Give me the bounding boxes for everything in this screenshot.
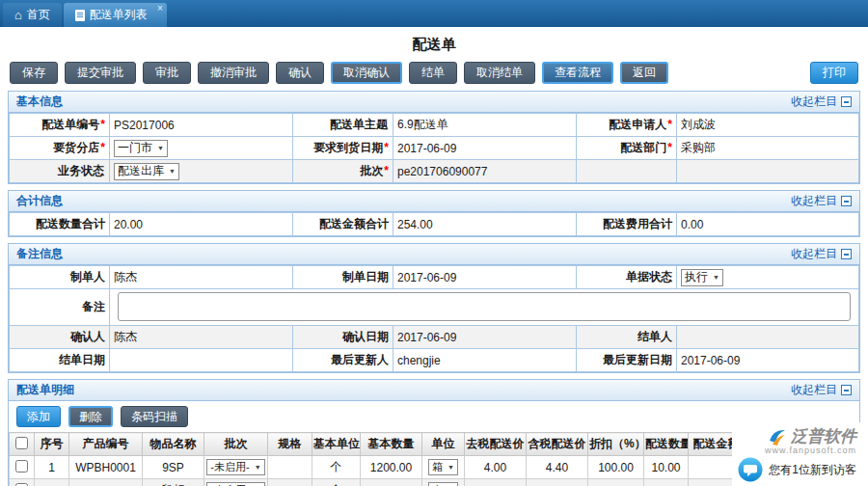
settler-label: 结单人: [637, 330, 672, 343]
detail-collapse-link[interactable]: 收起栏目: [791, 382, 852, 398]
unit-select[interactable]: 箱: [428, 459, 458, 475]
view-process-button[interactable]: 查看流程: [542, 62, 613, 84]
batch-select[interactable]: -未启用-: [206, 459, 264, 475]
row-checkbox[interactable]: [15, 483, 28, 486]
main-toolbar: 保存 提交审批 审批 撤消审批 确认 取消确认 结单 取消结单 查看流程 返回 …: [0, 59, 868, 91]
col-product-code: 产品编号: [69, 433, 143, 456]
total-qty-value: 20.00: [110, 213, 293, 236]
required-mark: *: [100, 118, 105, 131]
unit-select[interactable]: 个: [428, 482, 458, 486]
confirm-date-value: 2017-06-09: [393, 326, 577, 349]
settle-date-label-cell: 结单日期: [10, 349, 110, 372]
doc-status-value-cell: 执行: [677, 266, 859, 289]
batch-select-value: -未启用-: [210, 460, 249, 474]
remarks-collapse-link[interactable]: 收起栏目: [791, 246, 852, 262]
save-button[interactable]: 保存: [10, 62, 58, 84]
form-row: 备注: [10, 289, 859, 326]
confirmer-label-cell: 确认人: [10, 326, 110, 349]
cancel-confirm-button[interactable]: 取消确认: [331, 62, 402, 84]
order-no-label: 配送单编号: [41, 118, 99, 131]
col-base-qty: 基本数量: [361, 433, 422, 456]
doc-status-label: 单据状态: [626, 270, 672, 284]
print-button[interactable]: 打印: [810, 62, 858, 84]
basic-collapse-label: 收起栏目: [791, 94, 837, 110]
update-date-label-cell: 最后更新日期: [577, 349, 677, 372]
maker-label-cell: 制单人: [10, 266, 110, 289]
update-date-label: 最后更新日期: [603, 353, 672, 366]
col-price-ex-tax: 去税配送价: [465, 433, 527, 456]
tab-home[interactable]: ⌂ 首页: [3, 3, 62, 27]
totals-collapse-link[interactable]: 收起栏目: [791, 193, 852, 209]
updater-label: 最后更新人: [331, 353, 389, 366]
note-value-cell: [110, 289, 859, 326]
biz-status-value-cell: 配送出库: [110, 160, 293, 183]
submit-approval-button[interactable]: 提交审批: [65, 62, 136, 84]
note-label: 备注: [82, 300, 105, 313]
totals-form: 配送数量合计 20.00 配送金额合计 254.00 配送费用合计 0.00: [9, 212, 859, 236]
vendor-widget: 泛普软件 www.fanpusoft.com 您有1位新到访客: [732, 422, 862, 486]
biz-status-label-cell: 业务状态: [10, 160, 110, 183]
settle-date-label: 结单日期: [59, 353, 105, 366]
basic-collapse-link[interactable]: 收起栏目: [791, 94, 852, 110]
col-spec: 规格: [268, 433, 312, 456]
make-date-label-cell: 制单日期: [293, 266, 393, 289]
maker-value: 陈杰: [110, 266, 293, 289]
branch-value-cell: 一门市: [110, 137, 293, 160]
unit-select-value: 箱: [432, 460, 443, 474]
vendor-logo-link[interactable]: 泛普软件: [768, 425, 856, 447]
col-item-name: 物品名称: [143, 433, 204, 456]
branch-select[interactable]: 一门市: [114, 140, 168, 157]
basic-info-header: 基本信息 收起栏目: [9, 92, 859, 113]
branch-select-value: 一门市: [118, 140, 152, 156]
back-button[interactable]: 返回: [620, 62, 668, 84]
col-delivery-qty: 配送数量: [644, 433, 689, 456]
section-basic-info: 基本信息 收起栏目 配送单编号* PS2017006 配送单主题 6.9配送单 …: [8, 91, 860, 184]
collapse-icon: [841, 249, 852, 259]
chat-bubble-icon[interactable]: [738, 457, 763, 482]
batch-select[interactable]: -未启用-: [206, 482, 264, 486]
add-row-button[interactable]: 添加: [16, 406, 61, 427]
tab-delivery-list-label: 配送单列表: [90, 7, 148, 23]
settler-value: [677, 326, 859, 349]
dept-value: 采购部: [677, 137, 859, 160]
confirm-date-label: 确认日期: [342, 330, 389, 343]
total-qty-label: 配送数量合计: [36, 217, 105, 230]
biz-status-label: 业务状态: [58, 164, 104, 177]
tab-delivery-list[interactable]: 配送单列表 ×: [64, 3, 167, 27]
totals-header: 合计信息 收起栏目: [9, 191, 859, 212]
applicant-label: 配送申请人: [609, 118, 666, 131]
cell-item-name: 9SP: [143, 456, 204, 479]
delete-row-button[interactable]: 删除: [68, 406, 113, 427]
revoke-approval-button[interactable]: 撤消审批: [198, 62, 269, 84]
cell-base-qty: 1200.00: [361, 456, 422, 479]
select-all-checkbox[interactable]: [15, 437, 28, 449]
tab-close-icon[interactable]: ×: [157, 4, 163, 14]
cell-price-inc-tax: 21.00: [527, 479, 588, 486]
settle-button[interactable]: 结单: [409, 62, 457, 84]
cell-spec: [268, 456, 312, 479]
doc-status-select[interactable]: 执行: [681, 269, 723, 286]
make-date-label: 制单日期: [342, 270, 389, 284]
cell-product-code: WPBH0001: [69, 456, 143, 479]
barcode-scan-button[interactable]: 条码扫描: [121, 406, 188, 427]
col-discount: 折扣（%）: [588, 433, 644, 456]
note-textarea[interactable]: [118, 292, 851, 321]
need-date-label-cell: 要求到货日期*: [293, 137, 393, 160]
settle-date-value: [110, 349, 293, 372]
col-seq: 序号: [35, 433, 69, 456]
row-checkbox[interactable]: [15, 460, 28, 472]
confirm-button[interactable]: 确认: [276, 62, 324, 84]
cell-seq: 2: [35, 479, 69, 486]
visitor-notice: 您有1位新到访客: [738, 457, 856, 482]
cancel-settle-button[interactable]: 取消结单: [464, 62, 535, 84]
cell-base-qty: 10.00: [361, 479, 422, 486]
remarks-collapse-label: 收起栏目: [791, 246, 837, 262]
approve-button[interactable]: 审批: [143, 62, 191, 84]
empty-label-cell: [577, 160, 677, 183]
cell-spec: fds: [268, 479, 312, 486]
basic-info-form: 配送单编号* PS2017006 配送单主题 6.9配送单 配送申请人* 刘成波…: [9, 113, 859, 183]
cell-base-unit: 个: [312, 456, 361, 479]
doc-status-label-cell: 单据状态: [577, 266, 677, 289]
document-icon: [75, 10, 85, 21]
biz-status-select[interactable]: 配送出库: [114, 163, 179, 180]
